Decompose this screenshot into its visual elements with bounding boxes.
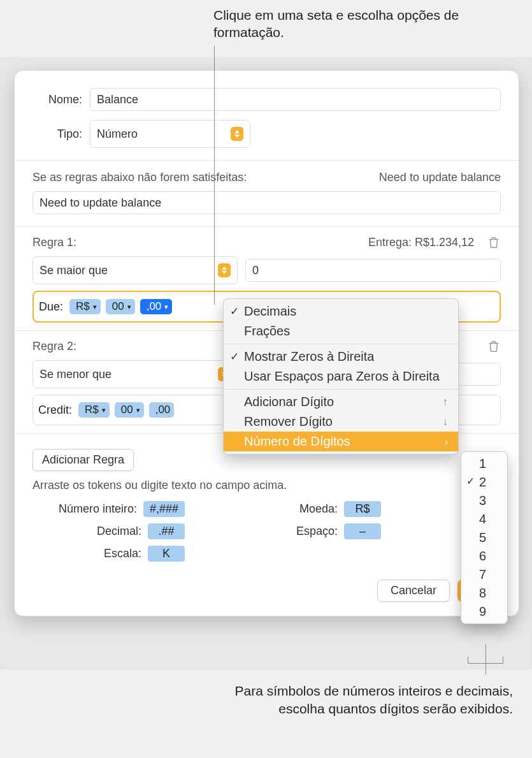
fallback-row: Se as regras abaixo não forem satisfeita… bbox=[15, 168, 519, 187]
example-row: Decimal: .## bbox=[48, 523, 185, 539]
integer-token[interactable]: 00▾ bbox=[115, 402, 144, 418]
callout-top-text: Clique em uma seta e escolha opções de f… bbox=[213, 6, 532, 41]
name-input-value: Balance bbox=[97, 93, 138, 106]
example-token[interactable]: #,### bbox=[143, 501, 185, 517]
menu-item-spaces-trailing[interactable]: Usar Espaços para Zeros à Direita bbox=[224, 367, 458, 386]
submenu-item[interactable]: 5 bbox=[461, 528, 507, 547]
example-label: Espaço: bbox=[248, 525, 338, 538]
example-row: Moeda: R$ bbox=[248, 501, 381, 517]
menu-item-decimals[interactable]: Decimais bbox=[224, 302, 458, 321]
chevron-down-icon: ▾ bbox=[164, 303, 168, 311]
menu-item-num-digits[interactable]: Número de Dígitos › bbox=[224, 432, 458, 451]
fallback-input[interactable]: Need to update balance bbox=[32, 191, 501, 214]
decimal-token[interactable]: ,00 bbox=[149, 402, 175, 418]
rule2-condition-value: Se menor que bbox=[40, 368, 111, 381]
rule1-delivery: Entrega: R$1.234,12 bbox=[368, 236, 474, 249]
cancel-button[interactable]: Cancelar bbox=[377, 579, 450, 602]
rule1-condition-select[interactable]: Se maior que bbox=[32, 256, 238, 284]
dialog-footer: Cancelar OK bbox=[15, 568, 519, 602]
submenu-item[interactable]: 4 bbox=[461, 510, 507, 528]
arrow-up-icon: ↑ bbox=[443, 396, 449, 409]
rule1-field-label: Due: bbox=[39, 300, 63, 314]
menu-separator bbox=[224, 344, 458, 344]
fallback-preview: Need to update balance bbox=[379, 171, 501, 184]
name-input[interactable]: Balance bbox=[90, 88, 501, 111]
example-label: Escala: bbox=[52, 547, 141, 560]
menu-item-fractions[interactable]: Frações bbox=[224, 321, 458, 341]
submenu-item[interactable]: 3 bbox=[461, 492, 507, 510]
rule1-value: 0 bbox=[252, 264, 259, 277]
menu-item-add-digit[interactable]: Adicionar Dígito ↑ bbox=[224, 392, 458, 412]
currency-token[interactable]: R$▾ bbox=[78, 402, 110, 418]
submenu-item[interactable]: 9 bbox=[461, 602, 507, 621]
type-select-value: Número bbox=[97, 128, 138, 141]
rule2-condition-select[interactable]: Se menor que bbox=[32, 360, 238, 388]
chevron-down-icon: ▾ bbox=[136, 406, 140, 414]
stepper-icon bbox=[218, 263, 231, 277]
example-token[interactable]: – bbox=[344, 523, 381, 539]
submenu-item[interactable]: 7 bbox=[461, 565, 507, 584]
divider bbox=[15, 226, 519, 227]
example-row: Espaço: – bbox=[248, 523, 381, 539]
arrow-down-icon: ↓ bbox=[443, 416, 449, 428]
decimal-format-menu: Decimais Frações Mostrar Zeros à Direita… bbox=[223, 298, 459, 455]
chevron-right-icon: › bbox=[445, 437, 448, 447]
token-examples: Número inteiro: #,### Decimal: .## Escal… bbox=[15, 495, 519, 568]
submenu-item[interactable]: 8 bbox=[461, 584, 507, 602]
currency-token[interactable]: R$▾ bbox=[69, 299, 101, 314]
example-row: Escala: K bbox=[48, 546, 185, 562]
example-label: Número inteiro: bbox=[48, 502, 137, 516]
add-rule-button[interactable]: Adicionar Regra bbox=[32, 449, 134, 471]
fallback-input-row: Need to update balance bbox=[15, 187, 519, 219]
integer-token[interactable]: 00▾ bbox=[106, 299, 135, 314]
callout-bottom-text: Para símbolos de números inteiros e deci… bbox=[191, 682, 513, 718]
submenu-item[interactable]: 1 bbox=[461, 455, 507, 473]
chevron-down-icon: ▾ bbox=[93, 303, 97, 311]
example-token[interactable]: K bbox=[148, 546, 185, 562]
menu-item-remove-digit[interactable]: Remover Dígito ↓ bbox=[224, 412, 458, 432]
type-row: Tipo: Número bbox=[15, 115, 519, 152]
name-label: Nome: bbox=[32, 93, 82, 106]
drag-hint: Arraste os tokens ou digite texto no cam… bbox=[15, 476, 519, 495]
digits-submenu: 1 2 3 4 5 6 7 8 9 bbox=[461, 451, 508, 624]
stepper-icon bbox=[231, 127, 243, 141]
example-token[interactable]: .## bbox=[148, 523, 185, 539]
rule1-title: Regra 1: bbox=[32, 236, 76, 249]
rule2-field-label: Credit: bbox=[38, 404, 72, 417]
submenu-item[interactable]: 6 bbox=[461, 547, 507, 565]
decimal-token[interactable]: ,00▾ bbox=[140, 299, 173, 314]
submenu-item[interactable]: 2 bbox=[461, 473, 507, 492]
rule2-title: Regra 2: bbox=[32, 340, 76, 353]
trash-icon[interactable] bbox=[487, 339, 501, 354]
rule1-header: Regra 1: Entrega: R$1.234,12 bbox=[15, 235, 519, 252]
callout-line bbox=[214, 46, 215, 305]
trash-icon[interactable] bbox=[487, 235, 501, 250]
example-token[interactable]: R$ bbox=[344, 501, 381, 517]
chevron-down-icon: ▾ bbox=[102, 406, 106, 414]
chevron-down-icon: ▾ bbox=[127, 303, 131, 311]
callout-line bbox=[485, 645, 486, 674]
example-label: Moeda: bbox=[248, 502, 338, 516]
example-row: Número inteiro: #,### bbox=[48, 501, 185, 517]
fallback-input-value: Need to update balance bbox=[40, 196, 161, 210]
name-row: Nome: Balance bbox=[15, 84, 519, 115]
rule1-condition-value: Se maior que bbox=[40, 264, 108, 277]
rule1-value-input[interactable]: 0 bbox=[245, 259, 501, 282]
type-select[interactable]: Número bbox=[90, 120, 250, 148]
type-label: Tipo: bbox=[32, 128, 82, 141]
menu-separator bbox=[224, 389, 458, 390]
menu-item-show-trailing[interactable]: Mostrar Zeros à Direita bbox=[224, 347, 458, 367]
rule1-condition-row: Se maior que 0 bbox=[15, 252, 519, 288]
example-label: Decimal: bbox=[52, 525, 141, 538]
divider bbox=[15, 160, 519, 161]
